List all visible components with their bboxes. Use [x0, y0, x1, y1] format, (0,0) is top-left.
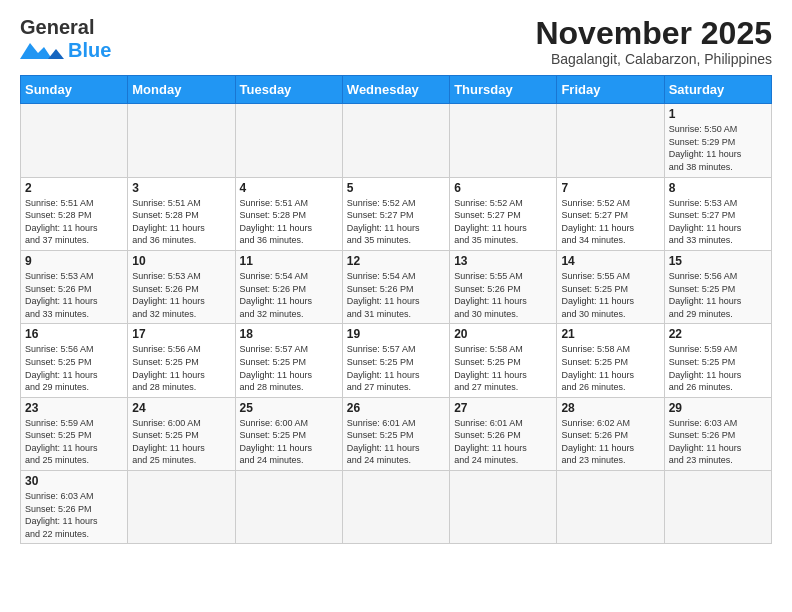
day-info: Sunrise: 6:01 AM Sunset: 5:25 PM Dayligh…: [347, 417, 445, 467]
day-number: 3: [132, 181, 230, 195]
day-number: 2: [25, 181, 123, 195]
logo-icon: [20, 41, 64, 61]
day-number: 8: [669, 181, 767, 195]
day-number: 21: [561, 327, 659, 341]
day-number: 19: [347, 327, 445, 341]
calendar-day-cell: 9Sunrise: 5:53 AM Sunset: 5:26 PM Daylig…: [21, 250, 128, 323]
day-info: Sunrise: 5:51 AM Sunset: 5:28 PM Dayligh…: [132, 197, 230, 247]
day-info: Sunrise: 5:59 AM Sunset: 5:25 PM Dayligh…: [669, 343, 767, 393]
day-info: Sunrise: 5:58 AM Sunset: 5:25 PM Dayligh…: [454, 343, 552, 393]
day-info: Sunrise: 5:51 AM Sunset: 5:28 PM Dayligh…: [25, 197, 123, 247]
location-subtitle: Bagalangit, Calabarzon, Philippines: [535, 51, 772, 67]
calendar-day-cell: 18Sunrise: 5:57 AM Sunset: 5:25 PM Dayli…: [235, 324, 342, 397]
day-number: 17: [132, 327, 230, 341]
day-header-thursday: Thursday: [450, 76, 557, 104]
calendar-table: SundayMondayTuesdayWednesdayThursdayFrid…: [20, 75, 772, 544]
calendar-day-cell: [235, 471, 342, 544]
day-number: 18: [240, 327, 338, 341]
day-info: Sunrise: 5:56 AM Sunset: 5:25 PM Dayligh…: [132, 343, 230, 393]
day-info: Sunrise: 5:53 AM Sunset: 5:26 PM Dayligh…: [132, 270, 230, 320]
calendar-day-cell: 13Sunrise: 5:55 AM Sunset: 5:26 PM Dayli…: [450, 250, 557, 323]
calendar-week-row: 16Sunrise: 5:56 AM Sunset: 5:25 PM Dayli…: [21, 324, 772, 397]
calendar-day-cell: [557, 471, 664, 544]
day-number: 5: [347, 181, 445, 195]
day-number: 24: [132, 401, 230, 415]
day-header-saturday: Saturday: [664, 76, 771, 104]
calendar-day-cell: 7Sunrise: 5:52 AM Sunset: 5:27 PM Daylig…: [557, 177, 664, 250]
calendar-day-cell: 21Sunrise: 5:58 AM Sunset: 5:25 PM Dayli…: [557, 324, 664, 397]
day-info: Sunrise: 5:56 AM Sunset: 5:25 PM Dayligh…: [669, 270, 767, 320]
day-info: Sunrise: 5:55 AM Sunset: 5:25 PM Dayligh…: [561, 270, 659, 320]
day-number: 22: [669, 327, 767, 341]
calendar-day-cell: 23Sunrise: 5:59 AM Sunset: 5:25 PM Dayli…: [21, 397, 128, 470]
calendar-day-cell: 3Sunrise: 5:51 AM Sunset: 5:28 PM Daylig…: [128, 177, 235, 250]
day-number: 25: [240, 401, 338, 415]
calendar-day-cell: 1Sunrise: 5:50 AM Sunset: 5:29 PM Daylig…: [664, 104, 771, 177]
calendar-day-cell: [21, 104, 128, 177]
day-info: Sunrise: 6:00 AM Sunset: 5:25 PM Dayligh…: [240, 417, 338, 467]
day-info: Sunrise: 6:03 AM Sunset: 5:26 PM Dayligh…: [25, 490, 123, 540]
day-number: 11: [240, 254, 338, 268]
calendar-day-cell: [450, 471, 557, 544]
day-header-wednesday: Wednesday: [342, 76, 449, 104]
calendar-day-cell: 25Sunrise: 6:00 AM Sunset: 5:25 PM Dayli…: [235, 397, 342, 470]
calendar-day-cell: [128, 471, 235, 544]
day-number: 13: [454, 254, 552, 268]
day-number: 20: [454, 327, 552, 341]
calendar-day-cell: [342, 471, 449, 544]
day-info: Sunrise: 5:51 AM Sunset: 5:28 PM Dayligh…: [240, 197, 338, 247]
month-year-title: November 2025: [535, 16, 772, 51]
calendar-day-cell: [342, 104, 449, 177]
day-info: Sunrise: 5:59 AM Sunset: 5:25 PM Dayligh…: [25, 417, 123, 467]
day-number: 12: [347, 254, 445, 268]
calendar-header-row: SundayMondayTuesdayWednesdayThursdayFrid…: [21, 76, 772, 104]
day-number: 30: [25, 474, 123, 488]
day-header-sunday: Sunday: [21, 76, 128, 104]
calendar-day-cell: 26Sunrise: 6:01 AM Sunset: 5:25 PM Dayli…: [342, 397, 449, 470]
day-info: Sunrise: 5:52 AM Sunset: 5:27 PM Dayligh…: [347, 197, 445, 247]
svg-marker-1: [48, 49, 64, 59]
logo: General Blue: [20, 16, 111, 62]
calendar-day-cell: 24Sunrise: 6:00 AM Sunset: 5:25 PM Dayli…: [128, 397, 235, 470]
day-info: Sunrise: 6:00 AM Sunset: 5:25 PM Dayligh…: [132, 417, 230, 467]
calendar-day-cell: 11Sunrise: 5:54 AM Sunset: 5:26 PM Dayli…: [235, 250, 342, 323]
calendar-day-cell: 4Sunrise: 5:51 AM Sunset: 5:28 PM Daylig…: [235, 177, 342, 250]
calendar-day-cell: 15Sunrise: 5:56 AM Sunset: 5:25 PM Dayli…: [664, 250, 771, 323]
calendar-day-cell: [557, 104, 664, 177]
day-info: Sunrise: 6:01 AM Sunset: 5:26 PM Dayligh…: [454, 417, 552, 467]
day-info: Sunrise: 5:53 AM Sunset: 5:26 PM Dayligh…: [25, 270, 123, 320]
day-number: 14: [561, 254, 659, 268]
calendar-week-row: 9Sunrise: 5:53 AM Sunset: 5:26 PM Daylig…: [21, 250, 772, 323]
day-number: 6: [454, 181, 552, 195]
day-number: 27: [454, 401, 552, 415]
calendar-day-cell: [664, 471, 771, 544]
calendar-day-cell: 28Sunrise: 6:02 AM Sunset: 5:26 PM Dayli…: [557, 397, 664, 470]
calendar-day-cell: 22Sunrise: 5:59 AM Sunset: 5:25 PM Dayli…: [664, 324, 771, 397]
day-number: 10: [132, 254, 230, 268]
calendar-day-cell: [235, 104, 342, 177]
day-info: Sunrise: 5:58 AM Sunset: 5:25 PM Dayligh…: [561, 343, 659, 393]
page-header: General Blue November 2025 Bagalangit, C…: [20, 16, 772, 67]
calendar-day-cell: 29Sunrise: 6:03 AM Sunset: 5:26 PM Dayli…: [664, 397, 771, 470]
day-info: Sunrise: 6:03 AM Sunset: 5:26 PM Dayligh…: [669, 417, 767, 467]
day-info: Sunrise: 6:02 AM Sunset: 5:26 PM Dayligh…: [561, 417, 659, 467]
calendar-week-row: 30Sunrise: 6:03 AM Sunset: 5:26 PM Dayli…: [21, 471, 772, 544]
calendar-day-cell: 19Sunrise: 5:57 AM Sunset: 5:25 PM Dayli…: [342, 324, 449, 397]
day-number: 1: [669, 107, 767, 121]
day-info: Sunrise: 5:54 AM Sunset: 5:26 PM Dayligh…: [347, 270, 445, 320]
day-number: 7: [561, 181, 659, 195]
day-info: Sunrise: 5:56 AM Sunset: 5:25 PM Dayligh…: [25, 343, 123, 393]
calendar-day-cell: 17Sunrise: 5:56 AM Sunset: 5:25 PM Dayli…: [128, 324, 235, 397]
calendar-week-row: 23Sunrise: 5:59 AM Sunset: 5:25 PM Dayli…: [21, 397, 772, 470]
day-number: 15: [669, 254, 767, 268]
calendar-day-cell: 30Sunrise: 6:03 AM Sunset: 5:26 PM Dayli…: [21, 471, 128, 544]
calendar-day-cell: 5Sunrise: 5:52 AM Sunset: 5:27 PM Daylig…: [342, 177, 449, 250]
logo-general: General: [20, 16, 94, 39]
day-info: Sunrise: 5:50 AM Sunset: 5:29 PM Dayligh…: [669, 123, 767, 173]
calendar-week-row: 1Sunrise: 5:50 AM Sunset: 5:29 PM Daylig…: [21, 104, 772, 177]
calendar-day-cell: [128, 104, 235, 177]
day-number: 23: [25, 401, 123, 415]
day-header-friday: Friday: [557, 76, 664, 104]
calendar-day-cell: 12Sunrise: 5:54 AM Sunset: 5:26 PM Dayli…: [342, 250, 449, 323]
day-number: 29: [669, 401, 767, 415]
